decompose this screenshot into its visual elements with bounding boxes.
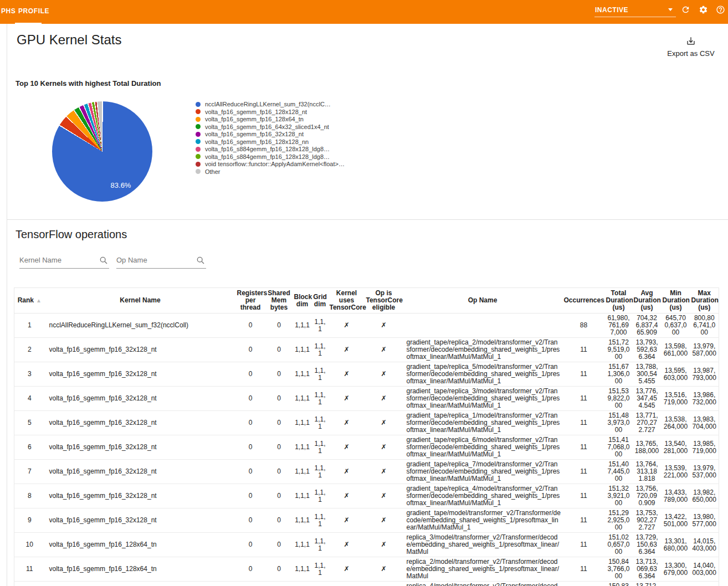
cell-min: 13,422,501,000	[662, 508, 690, 533]
tab-profile[interactable]: PROFILE	[18, 7, 49, 15]
refresh-button[interactable]	[681, 5, 690, 14]
cell-block: 1,1,1	[293, 533, 312, 557]
legend-swatch	[196, 102, 201, 107]
cell-shared: 0	[265, 508, 293, 533]
cell-rank: 3	[14, 362, 45, 387]
kernel-name-search-input[interactable]	[19, 252, 96, 268]
cell-total: 151,729,519,000	[605, 338, 633, 362]
legend-item: void tensorflow::functor::ApplyAdamKerne…	[196, 161, 353, 168]
cell-regs: 0	[236, 484, 265, 508]
cell-kernel: volta_fp16_sgemm_fp16_32x128_nt	[45, 508, 236, 533]
cell-shared: 0	[265, 362, 293, 387]
cell-min: 13,539,221,000	[662, 460, 690, 484]
column-header-block[interactable]: Block dim	[293, 288, 312, 313]
table-row: 11volta_fp16_sgemm_fp16_128x64_tn001,1,1…	[14, 557, 719, 582]
column-header-grid[interactable]: Grid dim	[312, 288, 329, 313]
table-row: 9volta_fp16_sgemm_fp16_32x128_nt001,1,11…	[14, 508, 719, 533]
pie-chart[interactable]: 83.6%	[52, 101, 152, 202]
cell-block: 1,1,1	[293, 411, 312, 435]
cell-regs: 0	[236, 313, 265, 338]
cell-op: gradient_tape/replica_5/model/transforme…	[403, 362, 563, 387]
column-header-kernel_tc[interactable]: Kernel uses TensorCore	[329, 288, 365, 313]
topbar: PHS PROFILE INACTIVE	[0, 0, 728, 24]
column-header-min[interactable]: Min Duration (us)	[662, 288, 690, 313]
cell-avg: 13,764,313,181.818	[633, 460, 662, 484]
cell-grid: 1,1,1	[312, 362, 329, 387]
cell-total: 151,407,445,000	[605, 460, 633, 484]
tab-graphs[interactable]: PHS	[1, 7, 16, 15]
cell-min: 13,300,679,000	[662, 557, 690, 582]
cell-rank: 6	[14, 435, 45, 460]
cell-total: 151,539,822,000	[605, 387, 633, 411]
cell-kernel_tc: ✗	[329, 387, 365, 411]
cell-max: 13,980,577,000	[690, 508, 719, 533]
cell-block: 1,1,1	[293, 387, 312, 411]
cell-min: 13,595,603,000	[662, 362, 690, 387]
run-selector[interactable]: INACTIVE	[594, 0, 676, 17]
legend-label: volta_fp16_sgemm_fp16_128x64_tn	[205, 116, 304, 123]
legend-swatch	[196, 124, 201, 129]
legend-label: volta_fp16_sgemm_fp16_64x32_sliced1x4_nt	[205, 124, 329, 131]
page-title: GPU Kernel Stats	[17, 32, 121, 48]
cell-regs: 0	[236, 460, 265, 484]
cell-block: 1,1,1	[293, 582, 312, 586]
column-header-shared[interactable]: Shared Mem bytes	[265, 288, 293, 313]
column-header-op[interactable]: Op Name	[403, 288, 563, 313]
cell-grid: 1,1,1	[312, 484, 329, 508]
column-header-kernel[interactable]: Kernel Name	[45, 288, 236, 313]
cell-shared: 0	[265, 460, 293, 484]
cell-grid: 1,1,1	[312, 435, 329, 460]
column-header-avg[interactable]: Avg Duration (us)	[633, 288, 662, 313]
column-header-occ[interactable]: Occurrences	[563, 288, 605, 313]
legend-swatch	[196, 169, 201, 174]
cell-op: gradient_tape/replica_3/model/transforme…	[403, 387, 563, 411]
op-name-search-input[interactable]	[116, 252, 193, 268]
cell-rank: 9	[14, 508, 45, 533]
gear-icon	[699, 5, 708, 14]
legend-item: volta_fp16_sgemm_fp16_32x128_nt	[196, 131, 353, 138]
cell-kernel: volta_fp16_sgemm_fp16_32x128_nt	[45, 435, 236, 460]
cell-op_tc: ✗	[365, 460, 403, 484]
cell-regs: 0	[236, 508, 265, 533]
cell-kernel: volta_fp16_sgemm_fp16_32x128_nt	[45, 484, 236, 508]
settings-button[interactable]	[699, 5, 708, 14]
legend-label: volta_fp16_s884gemm_fp16_128x128_ldg8…	[205, 154, 330, 161]
legend-item: volta_fp16_sgemm_fp16_64x32_sliced1x4_nt	[196, 124, 353, 131]
pie-legend: ncclAllReduceRingLLKernel_sum_f32(ncclC……	[196, 101, 353, 176]
column-header-regs[interactable]: Registers per thread	[236, 288, 265, 313]
legend-label: volta_fp16_sgemm_fp16_128x128_nn	[205, 139, 309, 146]
column-header-rank[interactable]: Rank▲	[14, 288, 45, 313]
cell-op: replica_4/model/transformer_v2/Transform…	[403, 582, 563, 586]
cell-occ: 11	[563, 435, 605, 460]
cell-total: 151,671,306,000	[605, 362, 633, 387]
cell-regs: 0	[236, 435, 265, 460]
cell-op: gradient_tape/replica_7/model/transforme…	[403, 460, 563, 484]
column-header-total[interactable]: Total Duration (us)	[605, 288, 633, 313]
chart-title: Top 10 Kernels with highest Total Durati…	[16, 79, 161, 88]
legend-swatch	[196, 139, 201, 144]
cell-op: gradient_tape/replica_2/model/transforme…	[403, 338, 563, 362]
table-row: 1ncclAllReduceRingLLKernel_sum_f32(ncclC…	[14, 313, 719, 338]
cell-avg: 13,765,188,000	[633, 435, 662, 460]
op-name-search-field	[116, 252, 206, 269]
column-header-max[interactable]: Max Duration (us)	[690, 288, 719, 313]
tf-operations-table: Rank▲Kernel NameRegisters per threadShar…	[14, 287, 719, 586]
cell-rank: 2	[14, 338, 45, 362]
export-csv-button[interactable]: Export as CSV	[659, 36, 722, 58]
cell-op: gradient_tape/replica_4/model/transforme…	[403, 484, 563, 508]
cell-op: gradient_tape/replica_1/model/transforme…	[403, 411, 563, 435]
cell-kernel_tc: ✗	[329, 313, 365, 338]
cell-block: 1,1,1	[293, 313, 312, 338]
column-header-op_tc[interactable]: Op is TensorCore eligible	[365, 288, 403, 313]
cell-occ: 11	[563, 387, 605, 411]
legend-item: volta_fp16_s884gemm_fp16_128x128_ldg8…	[196, 146, 353, 153]
help-button[interactable]	[716, 5, 725, 14]
cell-kernel_tc: ✗	[329, 338, 365, 362]
cell-max: 13,987,793,000	[690, 362, 719, 387]
cell-kernel: volta_fp16_sgemm_fp16_32x128_nt	[45, 362, 236, 387]
legend-swatch	[196, 154, 201, 159]
refresh-icon	[681, 5, 690, 14]
cell-shared: 0	[265, 387, 293, 411]
cell-block: 1,1,1	[293, 362, 312, 387]
cell-avg: 13,776,347,454.545	[633, 387, 662, 411]
